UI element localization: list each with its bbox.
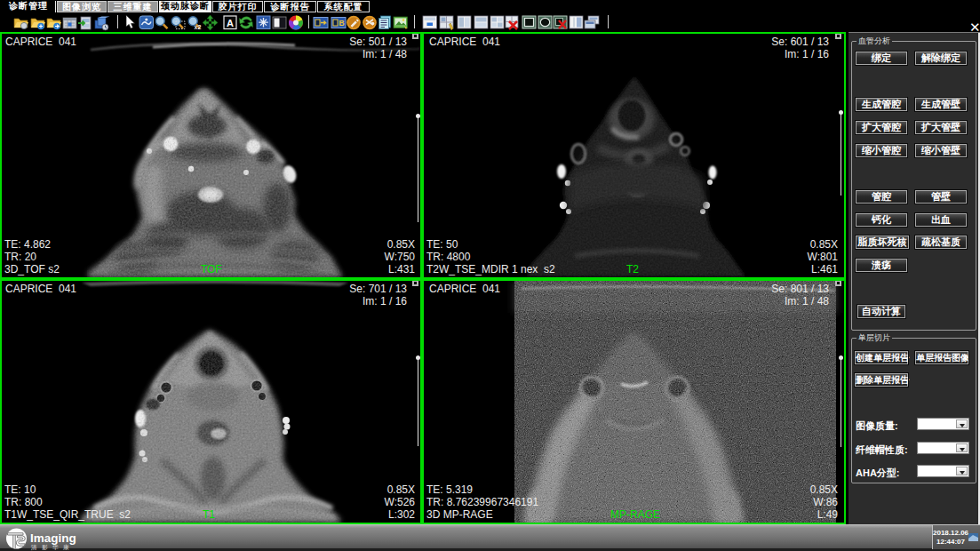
svg-text:B: B <box>339 19 345 28</box>
svg-text:影: 影 <box>42 544 48 550</box>
svg-text:x2: x2 <box>195 24 202 30</box>
svg-text:清: 清 <box>31 544 37 551</box>
svg-text:A: A <box>227 18 234 28</box>
svg-text:康: 康 <box>63 544 69 551</box>
svg-text:Imaging: Imaging <box>30 531 76 545</box>
svg-text:华: 华 <box>52 544 59 550</box>
